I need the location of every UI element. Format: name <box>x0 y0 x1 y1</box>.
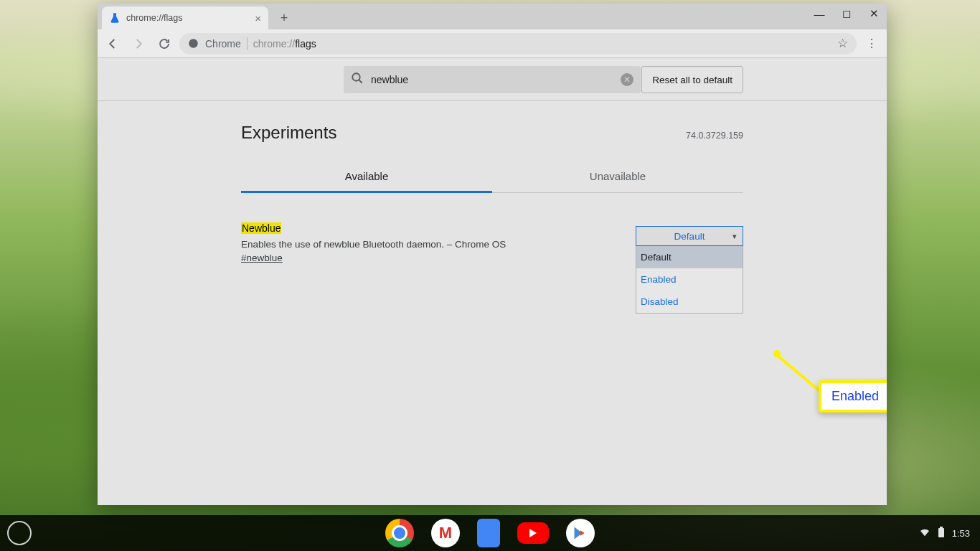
svg-rect-2 <box>938 528 944 537</box>
annotation-line <box>776 354 823 394</box>
tab-title: chrome://flags <box>126 13 183 23</box>
flag-description: Enables the use of newblue Bluetooth dae… <box>241 239 614 250</box>
tab-strip: chrome://flags × + — ◻ ✕ <box>98 4 887 29</box>
wifi-icon <box>919 527 930 540</box>
browser-window: chrome://flags × + — ◻ ✕ Chrome chrome:/… <box>98 4 887 505</box>
browser-toolbar: Chrome chrome://flags ☆ ⋮ <box>98 29 887 58</box>
url-path: flags <box>295 38 316 50</box>
shelf-apps: M <box>385 519 595 547</box>
chrome-app-icon[interactable] <box>385 519 414 547</box>
minimize-button[interactable]: — <box>811 5 828 22</box>
close-icon[interactable]: × <box>255 12 261 24</box>
launcher-button[interactable] <box>7 521 32 545</box>
browser-tab[interactable]: chrome://flags × <box>102 6 268 29</box>
dropdown-list: Default Enabled Disabled <box>636 246 743 314</box>
dropdown-option-default[interactable]: Default <box>636 246 743 268</box>
docs-app-icon[interactable] <box>477 519 500 547</box>
close-window-button[interactable]: ✕ <box>865 5 882 22</box>
back-button[interactable] <box>102 33 123 55</box>
clear-search-icon[interactable]: ✕ <box>621 73 633 86</box>
window-controls: — ◻ ✕ <box>811 5 882 22</box>
flags-page: ✕ Reset all to default Experiments 74.0.… <box>98 58 887 505</box>
address-bar[interactable]: Chrome chrome://flags ☆ <box>179 33 857 55</box>
browser-menu-button[interactable]: ⋮ <box>861 33 882 55</box>
page-title: Experiments <box>241 123 336 143</box>
svg-rect-3 <box>940 527 943 528</box>
gmail-app-icon[interactable]: M <box>431 519 460 547</box>
system-tray[interactable]: 1:53 <box>919 527 970 540</box>
chrome-scheme-label: Chrome <box>205 38 241 50</box>
flag-hash-link[interactable]: #newblue <box>241 253 283 263</box>
flag-info: Newblue Enables the use of newblue Bluet… <box>241 222 636 264</box>
chrome-icon <box>188 38 199 50</box>
flask-icon <box>109 12 121 24</box>
omnibox-divider <box>247 37 248 50</box>
tab-available[interactable]: Available <box>241 161 492 192</box>
maximize-button[interactable]: ◻ <box>838 5 855 22</box>
chrome-version: 74.0.3729.159 <box>686 131 743 141</box>
flag-dropdown[interactable]: Default Default Enabled Disabled <box>636 226 743 264</box>
search-icon <box>351 72 364 88</box>
forward-button[interactable] <box>128 33 149 55</box>
dropdown-selected[interactable]: Default <box>636 226 743 246</box>
search-input[interactable] <box>371 74 621 85</box>
svg-point-1 <box>352 73 360 81</box>
tab-unavailable[interactable]: Unavailable <box>492 161 743 192</box>
reload-button[interactable] <box>154 33 175 55</box>
annotation-callout: Enabled <box>819 380 887 413</box>
dropdown-option-disabled[interactable]: Disabled <box>636 291 743 313</box>
flags-header: ✕ Reset all to default <box>98 58 887 101</box>
bookmark-star-icon[interactable]: ☆ <box>837 36 848 51</box>
dropdown-option-enabled[interactable]: Enabled <box>636 268 743 291</box>
url-prefix: chrome:// <box>253 38 295 50</box>
search-box[interactable]: ✕ <box>344 66 641 93</box>
flag-name: Newblue <box>241 222 281 234</box>
flag-tabs: Available Unavailable <box>241 161 743 193</box>
new-tab-button[interactable]: + <box>274 8 294 28</box>
youtube-app-icon[interactable] <box>517 522 549 544</box>
play-store-app-icon[interactable] <box>566 519 595 547</box>
reset-all-button[interactable]: Reset all to default <box>641 66 743 93</box>
chromeos-shelf: M 1:53 <box>0 515 980 551</box>
flag-row: Newblue Enables the use of newblue Bluet… <box>241 222 743 264</box>
flags-body: Experiments 74.0.3729.159 Available Unav… <box>98 101 887 264</box>
battery-icon <box>938 527 945 540</box>
clock: 1:53 <box>952 528 970 539</box>
svg-point-0 <box>189 39 198 48</box>
